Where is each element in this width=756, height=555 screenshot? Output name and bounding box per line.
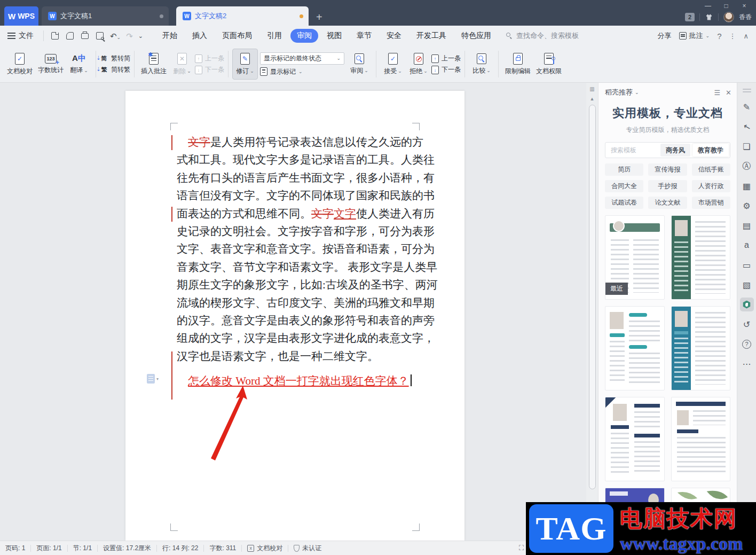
previous-comment-button[interactable]: ↑ 上一条 [195, 54, 224, 63]
print-icon[interactable] [80, 31, 90, 41]
ruler-toggle-icon[interactable]: ▥ [589, 86, 594, 92]
next-change-button[interactable]: ↓ 下一条 [431, 65, 461, 74]
template-chip-宣传海报[interactable]: 宣传海报 [648, 163, 687, 176]
delete-comment-button[interactable]: ✕ 删除⌄ [169, 49, 195, 80]
menu-tab-开发工具[interactable]: 开发工具 [410, 29, 453, 43]
show-markup-button[interactable]: 显示标记 ⌄ [260, 67, 344, 76]
markup-state-select[interactable]: 显示标记的最终状态⌄ [260, 52, 344, 65]
save-icon[interactable] [50, 31, 60, 41]
template-chip-信纸手账[interactable]: 信纸手账 [692, 163, 730, 176]
resource-library-icon[interactable]: ▤ [740, 218, 754, 232]
document-permission-button[interactable]: 文档权限 [533, 49, 564, 80]
help-icon[interactable]: ? [740, 337, 754, 351]
template-chip-试题试卷[interactable]: 试题试卷 [605, 197, 643, 209]
category-tab-education[interactable]: 教育教学 [692, 144, 729, 157]
menu-tab-审阅[interactable]: 审阅 [290, 29, 318, 43]
panel-list-settings-icon[interactable]: ☰ [714, 89, 720, 97]
template-card-teal-list[interactable] [605, 306, 665, 390]
menu-tab-安全[interactable]: 安全 [380, 29, 408, 43]
scrollbar-thumb[interactable] [589, 105, 596, 489]
accept-change-button[interactable]: ✓ 接受⌄ [380, 49, 406, 80]
template-card-navy-top[interactable] [671, 397, 731, 481]
reject-change-button[interactable]: 拒绝⌄ [406, 49, 431, 80]
word-count-button[interactable]: 123 字数统计 [35, 49, 66, 80]
scroll-up-icon[interactable]: ▲ [590, 96, 595, 101]
status-proofing-button[interactable]: x文档校对 [242, 544, 288, 553]
customize-toolbar-icon[interactable]: ⌄ [138, 33, 143, 39]
translate-button[interactable]: A中 翻译⌄ [66, 49, 92, 80]
file-menu-button[interactable]: 文件 [0, 31, 40, 41]
history-icon[interactable]: ↺ [740, 317, 754, 331]
panel-close-icon[interactable]: ✕ [726, 89, 731, 97]
template-card-green-side[interactable] [671, 215, 731, 300]
table-icon[interactable]: ▦ [740, 179, 754, 193]
template-chip-人资行政[interactable]: 人资行政 [692, 180, 730, 192]
compare-button[interactable]: 比较⌄ [469, 49, 494, 80]
template-search-box[interactable]: 搜索模板 商务风 教育教学 [605, 142, 730, 158]
track-changes-button[interactable]: ✎ 修订⌄ [232, 49, 258, 80]
previous-change-button[interactable]: ↑ 上一条 [431, 54, 461, 63]
minimize-button[interactable]: — [700, 1, 715, 11]
export-icon[interactable] [65, 31, 75, 41]
template-chip-论文文献[interactable]: 论文文献 [648, 197, 687, 209]
reviewing-pane-button[interactable]: 审阅⌄ [346, 49, 372, 80]
command-search[interactable]: 查找命令、搜索模板 [506, 31, 579, 41]
update-count-badge[interactable]: 2 [685, 13, 695, 21]
menu-tab-引用[interactable]: 引用 [261, 29, 288, 43]
template-card-navy-ribbon[interactable] [605, 397, 665, 481]
properties-icon[interactable]: ⚙ [740, 199, 754, 213]
document-text[interactable]: 文字是人类用符号记录表达信息以传之久远的方式和工具。现代文字大多是记录语言的工具… [177, 134, 429, 390]
template-chip-合同大全[interactable]: 合同大全 [605, 180, 643, 192]
menu-tab-视图[interactable]: 视图 [320, 29, 348, 43]
redo-icon[interactable]: ↷ [126, 32, 133, 40]
insert-comment-button[interactable]: ✱ 插入批注 [138, 49, 169, 80]
more-menu-icon[interactable]: ⋮ [729, 32, 736, 40]
user-avatar[interactable] [723, 12, 734, 22]
menu-tab-特色应用[interactable]: 特色应用 [455, 29, 498, 43]
status-certification[interactable]: 未认证 [288, 544, 327, 553]
document-page[interactable]: 文字是人类用符号记录表达信息以传之久远的方式和工具。现代文字大多是记录语言的工具… [125, 91, 464, 541]
menu-tab-页面布局[interactable]: 页面布局 [216, 29, 258, 43]
collapse-ribbon-icon[interactable]: ∧ [743, 32, 749, 40]
shapes-icon[interactable]: ❏ [740, 139, 754, 153]
proofing-button[interactable]: ✓ 文档校对 [4, 49, 35, 80]
paragraph-options-widget[interactable]: ▾ [147, 374, 159, 384]
archive-box-icon[interactable]: ▭ [740, 258, 754, 272]
ink-pen-icon[interactable]: ✎ [740, 100, 754, 114]
skin-shirt-icon[interactable] [705, 13, 713, 21]
translate-icon[interactable]: a [740, 238, 754, 252]
document-tab-1[interactable]: W 文字文稿1 [42, 6, 169, 26]
template-chip-市场营销[interactable]: 市场营销 [692, 197, 730, 209]
comment-button[interactable]: 批注 ⌄ [679, 31, 710, 41]
simplified-to-traditional-button[interactable]: 繁 简转繁 [100, 65, 130, 74]
wordart-icon[interactable]: Ⓐ [740, 159, 754, 173]
template-card-teal-side[interactable] [671, 306, 731, 390]
rail-drag-handle[interactable] [743, 87, 751, 94]
docer-icon[interactable] [740, 298, 754, 311]
print-preview-icon[interactable] [95, 31, 105, 41]
close-button[interactable]: × [737, 1, 752, 11]
wps-menu-button[interactable]: W WPS [4, 6, 38, 26]
template-chip-简历[interactable]: 简历 [605, 163, 643, 176]
menu-tab-插入[interactable]: 插入 [186, 29, 214, 43]
fit-screen-icon[interactable]: ⛶ [519, 544, 524, 552]
select-cursor-icon[interactable]: ↖ [738, 118, 755, 135]
maximize-button[interactable]: □ [719, 1, 734, 11]
share-button[interactable]: 分享 [658, 31, 672, 41]
new-tab-button[interactable]: + [316, 12, 322, 22]
next-comment-button[interactable]: ↓ 下一条 [195, 65, 224, 74]
doc-line: 音素文字、音节文字和语素文字。 表形文字是人类早 [177, 259, 429, 276]
document-tab-2[interactable]: W 文字文稿2 [176, 6, 309, 26]
help-button[interactable]: ? [717, 32, 721, 41]
menu-tab-章节[interactable]: 章节 [350, 29, 378, 43]
more-dots-icon[interactable]: ⋯ [740, 357, 754, 371]
template-chip-手抄报[interactable]: 手抄报 [648, 180, 687, 192]
undo-icon[interactable]: ↶⌄ [110, 32, 121, 40]
chevron-down-icon[interactable]: ⌄ [635, 90, 639, 95]
traditional-to-simplified-button[interactable]: 简 繁转简 [100, 54, 130, 63]
menu-tab-开始[interactable]: 开始 [156, 29, 184, 43]
restrict-editing-button[interactable]: 限制编辑 [502, 49, 533, 80]
template-card-green-banner[interactable]: 最近 [605, 215, 665, 300]
image-icon[interactable]: ▧ [740, 278, 754, 292]
category-tab-business[interactable]: 商务风 [660, 144, 690, 157]
